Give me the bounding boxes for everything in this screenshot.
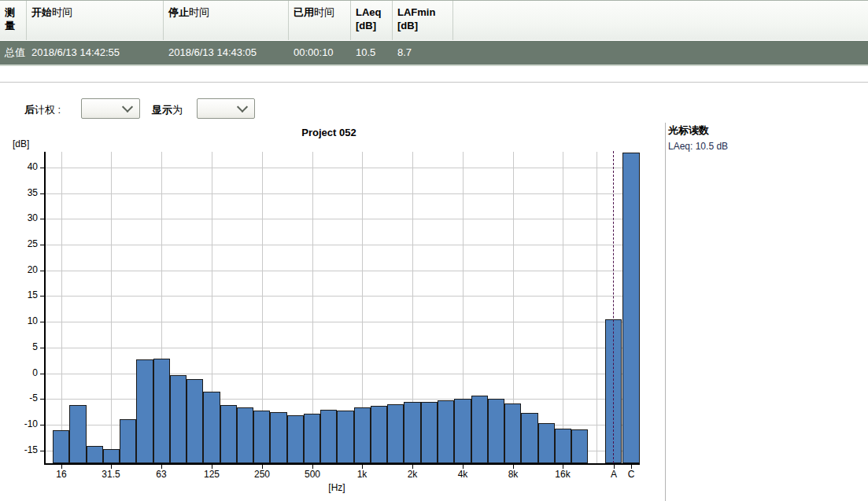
chevron-down-icon [237,101,248,112]
spectrum-bar-800[interactable] [337,411,354,463]
c-weighted-bar[interactable] [622,153,640,463]
col-header-text: 开始 [31,6,52,18]
y-tick-label: -15 [6,444,38,455]
spectrum-bar-400[interactable] [287,415,304,463]
v-gridline [61,152,62,463]
col-header-text: 停止 [168,6,189,18]
x-tick-label: 8k [496,469,530,480]
x-tick-label: 63 [144,469,179,480]
spectrum-bar-3.15k[interactable] [438,400,454,463]
x-tick-label: C [614,469,648,480]
y-tick-label: 35 [6,187,38,198]
chevron-down-icon [122,101,133,112]
y-tick-label: 20 [6,264,38,275]
spectrum-bar-1k[interactable] [354,407,371,463]
col-header-text: 已用 [294,6,314,18]
y-tick-label: 30 [6,212,38,223]
y-tick-label: 10 [6,315,38,326]
spectrum-bar-1.6k[interactable] [387,404,404,463]
spectrum-bar-160[interactable] [220,405,237,463]
x-tick-label: 1k [345,469,379,480]
post-weighting-select[interactable] [81,98,140,119]
x-axis-unit-label: [Hz] [313,482,360,493]
col-header-elapsed-time: 已用时间 [289,1,351,40]
spectrum-bar-25[interactable] [87,446,103,463]
spectrum-bar-20[interactable] [69,405,87,463]
x-tick-label: 31.5 [94,469,128,480]
h-gridline [45,374,640,374]
y-axis-unit-label: [dB] [13,138,29,149]
x-tick-label: 2k [395,469,430,480]
spectrum-bar-8k[interactable] [504,403,521,463]
spectrum-bar-315[interactable] [270,412,287,463]
spectrum-bar-4k[interactable] [454,399,471,463]
post-weighting-label: 后计权 : [24,103,61,117]
spectrum-bar-1.25k[interactable] [371,406,387,463]
cursor-panel-title: 光标读数 [668,123,709,138]
results-table-selected-row[interactable]: 总值 2018/6/13 14:42:55 2018/6/13 14:43:05… [0,41,868,66]
spectrum-bar-31.5[interactable] [103,449,120,463]
spectrum-bar-20k[interactable] [571,429,588,463]
spectrum-bar-5k[interactable] [471,396,488,463]
h-gridline [45,322,640,322]
col-header-lafmin: LAFmin [dB] [393,1,453,40]
y-tick-label: -5 [6,392,38,403]
h-gridline [45,193,640,194]
col-header-start-time: 开始时间 [27,1,164,40]
chart-cursor-line[interactable] [613,151,614,463]
spectrum-bar-2k[interactable] [404,402,421,463]
col-header-laeq: LAeq [dB] [351,1,393,40]
y-tick-label: -10 [6,418,38,429]
cell-stop-time[interactable]: 2018/6/13 14:43:05 [164,41,289,64]
y-axis-line [44,152,46,465]
y-tick-label: 0 [6,367,38,378]
spectrum-bar-50[interactable] [136,359,153,463]
spectrum-bar-500[interactable] [304,414,320,463]
h-gridline [45,348,640,348]
spectrum-bar-16k[interactable] [555,429,571,463]
results-table-header: 测量 开始时间 停止时间 已用时间 LAeq [dB] LAFmin [dB] [0,0,868,40]
spectrum-bar-125[interactable] [203,392,220,463]
x-tick-label: 125 [194,469,229,480]
h-gridline [45,219,640,219]
cell-start-time[interactable]: 2018/6/13 14:42:55 [27,41,164,64]
spectrum-bar-200[interactable] [237,407,253,463]
cell-measurement[interactable]: 总值 [0,41,27,64]
spectrum-bar-10k[interactable] [521,413,538,463]
cell-laeq[interactable]: 10.5 [351,41,393,64]
v-gridline [563,152,563,463]
cell-lafmin[interactable]: 8.7 [393,41,453,64]
measurement-app: 测量 开始时间 停止时间 已用时间 LAeq [dB] LAFmin [dB] … [0,0,868,501]
h-gridline [45,168,640,168]
x-tick-label: 16k [545,469,580,480]
h-gridline [45,296,640,297]
v-gridline [111,152,112,463]
spectrum-bar-630[interactable] [320,410,337,463]
spectrum-bar-16[interactable] [53,430,69,463]
col-header-text: 测量 [5,6,15,31]
panel-separator [665,123,666,501]
h-gridline [45,271,640,271]
chart-title: Project 052 [45,127,613,138]
y-tick-label: 25 [6,238,38,249]
y-tick-label: 15 [6,289,38,300]
display-as-label: 显示为 [152,103,183,117]
h-gridline [45,399,640,400]
v-gridline [597,152,597,463]
cell-elapsed-time[interactable]: 00:00:10 [289,41,351,64]
spectrum-bar-40[interactable] [120,419,136,463]
x-tick-label: 250 [245,469,279,480]
spectrum-bar-250[interactable] [253,411,270,463]
col-header-measurement: 测量 [0,1,27,40]
spectrum-bar-2.5k[interactable] [421,402,438,463]
x-axis-line [45,463,640,465]
spectrum-bar-63[interactable] [153,359,170,463]
x-tick-label: 16 [44,469,79,480]
x-tick-label: 500 [295,469,330,480]
col-header-text: LAFmin [397,6,435,18]
spectrum-bar-6.3k[interactable] [488,399,504,463]
spectrum-bar-12.5k[interactable] [538,423,555,463]
spectrum-bar-100[interactable] [187,379,203,463]
spectrum-bar-80[interactable] [170,375,187,463]
display-as-select[interactable] [197,98,255,119]
